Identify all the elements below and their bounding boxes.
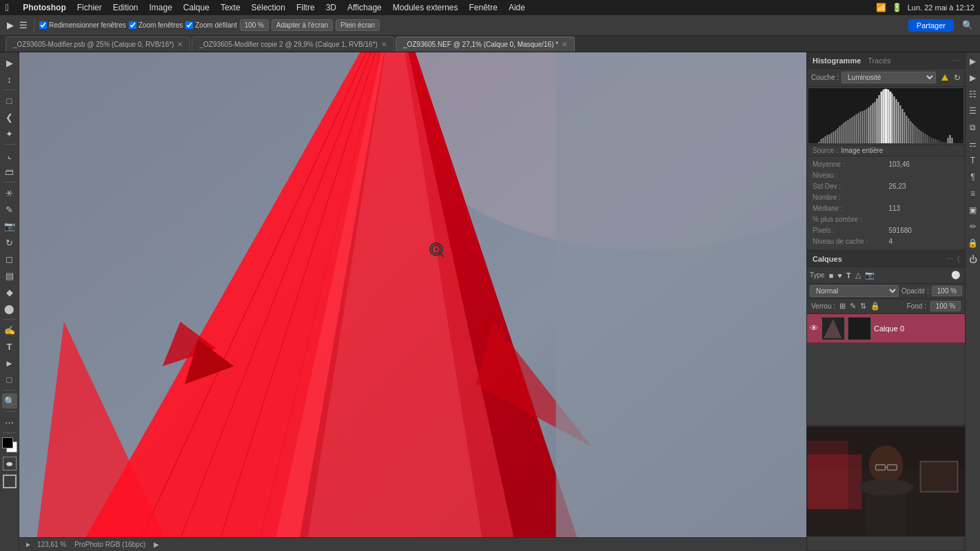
lock-position-icon[interactable]: ⇅ xyxy=(860,302,866,311)
tool-lasso[interactable]: ❮ xyxy=(2,110,17,125)
layer-filter-text[interactable]: T xyxy=(845,271,853,280)
menu-fichier[interactable]: Fichier xyxy=(72,3,108,12)
strip-para-icon[interactable]: ¶ xyxy=(969,171,976,183)
tool-blur[interactable]: ◆ xyxy=(2,284,17,300)
strip-lock-icon[interactable]: 🔒 xyxy=(966,237,979,249)
layer-filter-toggle[interactable]: ⚪ xyxy=(950,270,962,280)
zoom-windows-checkbox[interactable]: Zoom fenêtres xyxy=(129,21,183,29)
menu-affichage[interactable]: Affichage xyxy=(342,3,387,12)
lock-pixel-icon[interactable]: ⊞ xyxy=(839,302,846,311)
tab-3[interactable]: _OZ93605.NEF @ 27,1% (Calque 0, Masque/1… xyxy=(396,37,575,52)
tab-2-label: _OZ93605-Modifier copie 2 @ 29,9% (Calqu… xyxy=(199,41,377,48)
layer-filter-pixel[interactable]: ■ xyxy=(828,271,835,280)
menu-fenetre[interactable]: Fenêtre xyxy=(464,3,503,12)
adapt-screen-button[interactable]: Adapter à l'écran xyxy=(272,19,333,31)
layer-vis-icon[interactable]: 👁 xyxy=(810,323,819,333)
tool-clone[interactable]: 📷 xyxy=(2,218,17,233)
lock-paint-icon[interactable]: ✎ xyxy=(850,302,856,311)
tool-shape[interactable]: □ xyxy=(2,372,17,387)
refresh-histogram-button[interactable]: ↻ xyxy=(954,73,961,83)
tab-3-close[interactable]: ✕ xyxy=(562,41,567,48)
menu-selection[interactable]: Sélection xyxy=(246,3,291,12)
quickmask-button[interactable]: ⬬ xyxy=(3,457,17,470)
tab-2[interactable]: _OZ93605-Modifier copie 2 @ 29,9% (Calqu… xyxy=(192,37,394,52)
menu-3d[interactable]: 3D xyxy=(320,3,342,12)
strip-play-icon[interactable]: ▶ xyxy=(968,72,977,84)
menu-aide[interactable]: Aide xyxy=(503,3,531,12)
tool-move[interactable]: ▶ xyxy=(6,19,15,32)
svg-rect-54 xyxy=(875,102,876,143)
tabbar: _OZ93605-Modifier.psb @ 25% (Calque 0, R… xyxy=(0,36,980,52)
tool-artboard[interactable]: ↕ xyxy=(2,72,17,87)
apple-menu[interactable]:  xyxy=(6,2,9,13)
share-button[interactable]: Partager xyxy=(908,19,954,32)
tool-gradient[interactable]: ▤ xyxy=(2,268,17,283)
tab-1[interactable]: _OZ93605-Modifier.psb @ 25% (Calque 0, R… xyxy=(6,37,190,52)
tool-brush[interactable]: ✎ xyxy=(2,202,17,217)
histogram-options[interactable]: ⋯ xyxy=(952,56,959,64)
search-button[interactable]: 🔍 xyxy=(961,19,974,32)
menu-edition[interactable]: Edition xyxy=(108,3,144,12)
menu-modules[interactable]: Modules externes xyxy=(387,3,464,12)
tool-crop[interactable]: ⌞ xyxy=(2,147,17,163)
channel-select[interactable]: Luminosité Rouge Vert Bleu RVB xyxy=(841,72,936,83)
tool-history-brush[interactable]: ↻ xyxy=(2,235,17,250)
menu-image[interactable]: Image xyxy=(144,3,178,12)
menu-calque[interactable]: Calque xyxy=(178,3,215,12)
layer-thumb xyxy=(821,317,845,340)
blend-mode-select[interactable]: Normal Dissolution Obscurcir Éclaircir S… xyxy=(810,285,899,297)
layers-panel-options[interactable]: ⋯ xyxy=(946,255,953,262)
strip-text-icon[interactable]: T xyxy=(969,154,977,167)
menu-photoshop[interactable]: Photoshop xyxy=(17,3,72,12)
frame-button[interactable] xyxy=(3,475,17,488)
menu-filtre[interactable]: Filtre xyxy=(291,3,320,12)
fill-input[interactable] xyxy=(930,301,961,311)
menu-texte[interactable]: Texte xyxy=(215,3,246,12)
layer-item-0[interactable]: 👁 Calque 0 xyxy=(807,314,965,343)
status-forward-arrow[interactable]: ▶ xyxy=(154,541,159,548)
layers-panel: Calques ⋯ 〈 Type ■ ♥ T △ 📷 ⚪ N xyxy=(807,251,965,551)
full-screen-button[interactable]: Plein écran xyxy=(336,19,380,31)
opacity-input[interactable] xyxy=(932,286,962,296)
layer-filter-vector[interactable]: △ xyxy=(854,270,862,280)
tool-dodge[interactable]: ⬤ xyxy=(2,301,17,316)
layer-filter-smart[interactable]: 📷 xyxy=(864,270,876,280)
status-bar: ► 123,61 % ProPhoto RGB (16bpc) ▶ xyxy=(19,537,806,551)
tool-eyedropper[interactable]: 🗃 xyxy=(2,164,17,179)
zoom-input[interactable] xyxy=(240,19,269,31)
zoom-defilant-checkbox[interactable]: Zoom défilant xyxy=(185,21,237,29)
lock-all-icon[interactable]: 🔒 xyxy=(870,302,880,311)
strip-list-icon[interactable]: ≡ xyxy=(969,187,977,200)
strip-history-icon[interactable]: ▶ xyxy=(968,55,977,67)
canvas-area[interactable]: ► 123,61 % ProPhoto RGB (16bpc) ▶ xyxy=(19,52,806,551)
tool-healing[interactable]: ⚹ xyxy=(2,185,17,200)
strip-layers-icon[interactable]: ⧉ xyxy=(968,121,977,134)
strip-channels-icon[interactable]: ⚎ xyxy=(968,138,978,150)
tool-extra[interactable]: ⋯ xyxy=(2,415,17,430)
tool-text[interactable]: T xyxy=(2,339,17,354)
tool-zoom[interactable]: 🔍 xyxy=(2,393,17,408)
tool-options[interactable]: ☰ xyxy=(18,19,29,32)
tool-pen[interactable]: ✍ xyxy=(2,322,17,337)
status-nav-arrow[interactable]: ► xyxy=(25,541,32,548)
strip-notes-icon[interactable]: ✏ xyxy=(968,220,978,233)
tool-marquee[interactable]: □ xyxy=(2,93,17,108)
tool-magic-wand[interactable]: ✦ xyxy=(2,126,17,141)
layer-filter-adjust[interactable]: ♥ xyxy=(836,271,844,280)
tool-path-select[interactable]: ► xyxy=(2,355,17,371)
layers-panel-header[interactable]: Calques ⋯ 〈 xyxy=(807,251,965,267)
fg-color[interactable] xyxy=(2,437,13,448)
tab-1-close[interactable]: ✕ xyxy=(177,41,183,48)
resize-windows-checkbox[interactable]: Redimensionner fenêtres xyxy=(39,21,126,29)
tab-2-close[interactable]: ✕ xyxy=(381,41,387,48)
tool-move-btn[interactable]: ▶ xyxy=(2,55,17,70)
tool-eraser[interactable]: ◻ xyxy=(2,251,17,267)
strip-table-icon[interactable]: ☰ xyxy=(968,105,978,117)
histogram-tab[interactable]: Histogramme xyxy=(813,56,861,65)
color-swatches[interactable] xyxy=(2,437,17,453)
strip-curve-icon[interactable]: ⏻ xyxy=(968,253,979,266)
strip-grid-icon[interactable]: ☷ xyxy=(968,88,978,101)
traces-tab[interactable]: Tracés xyxy=(868,56,890,65)
strip-calc-icon[interactable]: ▣ xyxy=(968,204,978,216)
layers-panel-collapse[interactable]: 〈 xyxy=(957,255,959,263)
